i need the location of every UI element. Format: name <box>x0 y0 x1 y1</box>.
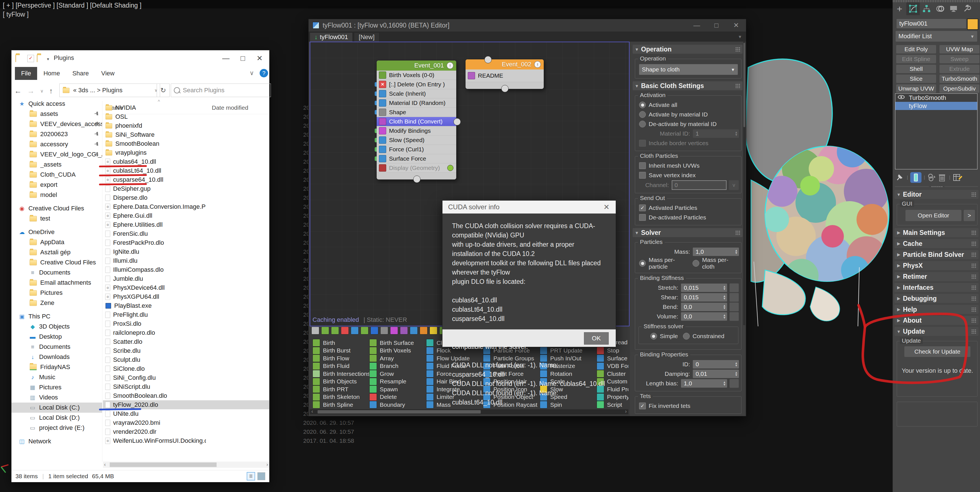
tyflow-minimize-button[interactable]: — <box>687 19 706 32</box>
operator-row-scale-inherit-[interactable]: Scale (Inherit) <box>377 89 456 99</box>
depot-filter-icon-7[interactable] <box>380 326 388 334</box>
depot-item-birth-voxels[interactable]: Birth Voxels <box>369 347 411 354</box>
modifier-button-uvw-map[interactable]: UVW Map <box>940 45 980 53</box>
tab-modify-icon[interactable] <box>906 2 920 15</box>
file-row[interactable]: SiNiScript.dlu2020. 03. 16. 18:57 <box>103 382 269 391</box>
params-scrollbar[interactable] <box>743 41 745 325</box>
remove-modifier-icon[interactable] <box>937 173 947 182</box>
stack-item-turbosmooth[interactable]: TurboSmooth <box>895 94 977 102</box>
show-end-result-icon[interactable] <box>910 172 921 183</box>
spinner-field[interactable]: 1,0▲▼ <box>681 379 727 388</box>
ribbon-expand-chevron-icon[interactable]: ∨ <box>250 70 254 77</box>
sidebar-item-documents[interactable]: ≡Documents <box>11 267 102 278</box>
output-connector-nub[interactable] <box>453 118 461 126</box>
sidebar-item-20200623[interactable]: 20200623 <box>11 129 102 139</box>
file-row[interactable]: PlayBlast.exe2016. 07. 27. 0:24 <box>103 301 269 310</box>
depot-item-grow[interactable]: Grow <box>369 370 394 377</box>
event-input-nub[interactable] <box>484 56 492 63</box>
event-node-event_001[interactable]: Event_001!Birth Voxels (0-0)✕[:.] Delete… <box>376 60 457 180</box>
rollout-header-particle-bind-solver[interactable]: ▶Particle Bind Solver <box>894 250 978 259</box>
spinner-arrows-icon[interactable]: ▲▼ <box>735 131 738 136</box>
sidebar-item-fridaynas[interactable]: FridayNAS <box>11 362 102 372</box>
editor-more-button[interactable]: > <box>964 210 975 221</box>
radio-activate-by-material-id[interactable] <box>639 111 646 118</box>
modifier-button-sweep[interactable]: Sweep <box>940 55 980 63</box>
back-icon[interactable]: ← <box>14 87 22 96</box>
checkbox-include-border-vertices[interactable] <box>639 140 646 146</box>
file-row[interactable]: ⚙PhysXDevice64.dll2019. 08. 13. 17:08 <box>103 283 269 292</box>
keyframe-button[interactable] <box>729 312 739 321</box>
file-row[interactable]: DeSipher.gup2020. 04. 29. 14:43 <box>103 184 269 193</box>
operator-row-slow-speed-[interactable]: Slow (Speed) <box>377 135 456 145</box>
spinner-field[interactable]: 0,015▲▼ <box>681 283 727 292</box>
modifier-button-extrude[interactable]: Extrude <box>940 65 980 73</box>
depot-filter-icon-11[interactable] <box>420 326 428 334</box>
file-row[interactable]: ⚙cublasLt64_10.dll2019. 10. 24. 10:28 <box>103 166 269 175</box>
thumbnails-view-icon[interactable] <box>258 472 265 480</box>
sidebar-item-asztali-g-p[interactable]: Asztali gép <box>11 247 102 257</box>
dialog-titlebar[interactable]: CUDA solver info ✕ <box>442 201 616 213</box>
viewport-label[interactable]: [ + ] [Perspective ] [Standard ] [Defaul… <box>3 2 142 9</box>
file-row[interactable]: vrender2020.dlr2020. 06. 29. 10:57 <box>103 427 269 436</box>
address-bar[interactable]: « 3ds ... > Plugins ∨ <box>59 84 160 97</box>
file-row[interactable]: railclonepro.dlo2020. 04. 14. 10:26 <box>103 328 269 337</box>
sidebar-item-local-disk-d-[interactable]: ▭Local Disk (D:) <box>11 413 102 423</box>
spinner-field[interactable]: 1▲▼ <box>693 129 739 138</box>
file-row[interactable]: SiNi_Config.dlu2020. 03. 17. 12:54 <box>103 373 269 382</box>
file-row[interactable]: UNite.dlu2020. 03. 17. 11:40 <box>103 409 269 418</box>
event-output-nub[interactable] <box>501 85 509 92</box>
tyflow-titlebar[interactable]: tyFlow001 : [tyFlow v0,16090 (BETA) Edit… <box>309 19 746 32</box>
spinner-field[interactable]: 1,0▲▼ <box>693 248 739 256</box>
operator-row-force-curl1-[interactable]: Force (Curl1) <box>377 145 456 154</box>
depot-item-force[interactable]: Force <box>426 370 452 377</box>
event-header[interactable]: Event_002! <box>466 59 544 70</box>
file-row[interactable]: SmoothBoolean2020. 02. 25. 21:14 <box>103 139 269 148</box>
rollout-grip-icon[interactable] <box>971 307 976 312</box>
spinner-arrows-icon[interactable]: ▲▼ <box>723 285 726 290</box>
search-input[interactable]: Search Plugins <box>171 84 271 97</box>
spinner-arrows-icon[interactable]: ▲▼ <box>735 371 738 376</box>
depot-item-birth-intersections[interactable]: Birth Intersections <box>312 370 370 377</box>
rollout-header-editor[interactable]: ▼Editor <box>894 190 978 199</box>
qat-folder-icon[interactable] <box>37 55 37 62</box>
modifier-button-shell[interactable]: Shell <box>896 65 936 73</box>
spinner-arrows-icon[interactable]: ▲▼ <box>735 249 738 254</box>
file-row[interactable]: Scatter.dlo2020. 03. 17. 12:27 <box>103 337 269 346</box>
tab-utilities-icon[interactable] <box>960 2 974 15</box>
keyframe-button[interactable] <box>729 303 739 311</box>
depot-item-mass[interactable]: Mass <box>426 401 450 408</box>
depot-filter-icon-0[interactable] <box>311 326 319 334</box>
sidebar-item-zene[interactable]: Zene <box>11 298 102 308</box>
depot-item-birth[interactable]: Birth <box>312 339 335 347</box>
file-row[interactable]: tyFlow_2020.dlo2020. 08. 25. 10:00 <box>103 400 269 409</box>
operator-row-material-id-random-[interactable]: Material ID (Random) <box>377 99 456 108</box>
operator-row--delete-on-entry-[interactable]: ✕[:.] Delete (On Entry ) <box>377 80 456 89</box>
file-row[interactable]: SiNi_Software2020. 02. 25. 21:27 <box>103 130 269 139</box>
channel-field[interactable]: 0 <box>672 180 727 190</box>
up-icon[interactable]: ↑ <box>49 87 53 96</box>
depot-item-delete[interactable]: Delete <box>369 393 397 401</box>
depot-scroll-right-icon[interactable]: › <box>625 408 627 414</box>
panel-drag-handle[interactable] <box>893 0 980 2</box>
sidebar-item-project-drive-e-[interactable]: ▭project drive (E:) <box>11 423 102 433</box>
depot-filter-icon-6[interactable] <box>371 326 378 334</box>
operator-row-readme[interactable]: README <box>466 70 544 82</box>
event-enable-bulb-icon[interactable]: ! <box>534 61 541 68</box>
sidebar-item--assets[interactable]: _assets <box>11 159 102 170</box>
modifier-button-turbosmooth[interactable]: TurboSmooth <box>940 75 980 83</box>
operator-row-surface-force[interactable]: Surface Force <box>377 154 456 164</box>
radio-mass-per-particle[interactable] <box>639 260 646 267</box>
menu-item-home[interactable]: Home <box>37 67 66 80</box>
refresh-button[interactable]: ↻ <box>157 84 170 97</box>
rollout-header-debugging[interactable]: ▶Debugging <box>894 294 978 303</box>
operator-row-shape[interactable]: Shape <box>377 108 456 117</box>
sidebar-item-export[interactable]: export <box>11 180 102 190</box>
spinner-field[interactable]: 0,0▲▼ <box>681 303 727 311</box>
rollout-grip-icon[interactable] <box>971 318 976 323</box>
file-row[interactable]: ⚙WeifenLuo.WinFormsUI.Docking.dll2017. 0… <box>103 436 269 445</box>
radio-activate-all[interactable] <box>639 102 646 108</box>
sidebar-item-accessory[interactable]: accessory <box>11 139 102 150</box>
checkbox-activated-particles[interactable]: ✓ <box>639 204 646 211</box>
sidebar-item-music[interactable]: ♪Music <box>11 372 102 382</box>
depot-item-birth-flow[interactable]: Birth Flow <box>312 354 349 362</box>
